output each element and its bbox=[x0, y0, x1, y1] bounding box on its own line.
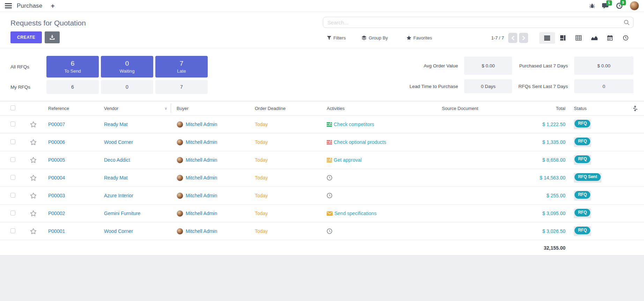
favorite-toggle[interactable] bbox=[24, 139, 43, 146]
search-input[interactable] bbox=[323, 17, 633, 28]
table-row[interactable]: P00004Ready MatMitchell AdminToday$ 14,5… bbox=[0, 169, 644, 187]
vendor-link[interactable]: Wood Corner bbox=[98, 228, 171, 234]
pager-next-button[interactable] bbox=[519, 33, 528, 43]
graph-view-button[interactable] bbox=[586, 32, 602, 44]
favorite-toggle[interactable] bbox=[24, 192, 43, 199]
row-checkbox[interactable] bbox=[10, 175, 15, 180]
favorite-toggle[interactable] bbox=[24, 228, 43, 235]
reference-link[interactable]: P00006 bbox=[43, 139, 98, 145]
tile-waiting[interactable]: 0Waiting bbox=[101, 56, 153, 78]
buyer-name[interactable]: Mitchell Admin bbox=[186, 228, 217, 234]
app-name[interactable]: Purchase bbox=[17, 2, 42, 9]
table-row[interactable]: P00007Ready MatMitchell AdminTodayCheck … bbox=[0, 116, 644, 133]
tile-my-to-send[interactable]: 6 bbox=[46, 80, 99, 94]
table-row[interactable]: P00003Azure InteriorMitchell AdminToday$… bbox=[0, 187, 644, 205]
user-avatar[interactable] bbox=[630, 1, 639, 10]
buyer-name[interactable]: Mitchell Admin bbox=[186, 211, 217, 216]
list-view-button[interactable] bbox=[539, 32, 555, 44]
vendor-link[interactable]: Deco Addict bbox=[98, 157, 171, 163]
column-status[interactable]: Status bbox=[565, 106, 626, 111]
vendor-link[interactable]: Wood Corner bbox=[98, 139, 171, 145]
tile-my-late[interactable]: 7 bbox=[155, 80, 208, 94]
activity-label[interactable]: Check competitors bbox=[334, 122, 374, 127]
buyer-name[interactable]: Mitchell Admin bbox=[186, 175, 217, 181]
vendor-link[interactable]: Azure Interior bbox=[98, 193, 171, 198]
activity-view-button[interactable] bbox=[618, 32, 634, 44]
buyer-cell[interactable]: Mitchell Admin bbox=[171, 139, 249, 146]
filters-button[interactable]: Filters bbox=[327, 35, 346, 41]
row-checkbox[interactable] bbox=[10, 122, 15, 126]
row-checkbox[interactable] bbox=[10, 139, 15, 144]
activity-label[interactable]: Send specifications bbox=[334, 211, 377, 216]
activity-cell[interactable]: Check optional products bbox=[321, 139, 436, 145]
reference-link[interactable]: P00007 bbox=[43, 122, 98, 127]
activity-label[interactable]: Check optional products bbox=[334, 139, 386, 145]
activity-label[interactable]: Get approval bbox=[334, 157, 362, 163]
activities-clock-icon[interactable]: 9 bbox=[616, 2, 623, 9]
favorite-toggle[interactable] bbox=[24, 175, 43, 181]
calendar-view-button[interactable] bbox=[602, 32, 618, 44]
favorite-toggle[interactable] bbox=[24, 157, 43, 163]
buyer-name[interactable]: Mitchell Admin bbox=[186, 122, 217, 127]
buyer-name[interactable]: Mitchell Admin bbox=[186, 139, 217, 145]
buyer-cell[interactable]: Mitchell Admin bbox=[171, 210, 249, 217]
row-checkbox[interactable] bbox=[10, 228, 15, 233]
kanban-view-button[interactable] bbox=[555, 32, 571, 44]
table-row[interactable]: P00001Wood CornerMitchell AdminToday$ 3,… bbox=[0, 222, 644, 240]
row-checkbox[interactable] bbox=[10, 193, 15, 198]
buyer-name[interactable]: Mitchell Admin bbox=[186, 157, 217, 163]
column-vendor[interactable]: Vendor∨ bbox=[104, 104, 171, 113]
optional-columns-button[interactable] bbox=[626, 106, 644, 111]
buyer-name[interactable]: Mitchell Admin bbox=[186, 193, 217, 198]
reference-link[interactable]: P00005 bbox=[43, 157, 98, 163]
activity-cell[interactable] bbox=[321, 228, 436, 234]
column-source-document[interactable]: Source Document bbox=[436, 106, 499, 111]
select-all-checkbox[interactable] bbox=[10, 105, 15, 110]
activity-cell[interactable]: Send specifications bbox=[321, 211, 436, 216]
reference-link[interactable]: P00003 bbox=[43, 193, 98, 198]
debug-bug-icon[interactable] bbox=[589, 3, 595, 9]
tile-my-waiting[interactable]: 0 bbox=[101, 80, 153, 94]
favorite-toggle[interactable] bbox=[24, 210, 43, 217]
buyer-cell[interactable]: Mitchell Admin bbox=[171, 175, 249, 181]
column-order-deadline[interactable]: Order Deadline bbox=[249, 106, 321, 111]
apps-menu-icon[interactable] bbox=[5, 3, 12, 8]
buyer-cell[interactable]: Mitchell Admin bbox=[171, 121, 249, 128]
vendor-link[interactable]: Ready Mat bbox=[98, 122, 171, 127]
order-deadline: Today bbox=[249, 175, 321, 181]
pivot-view-button[interactable] bbox=[571, 32, 586, 44]
pager-previous-button[interactable] bbox=[508, 33, 517, 43]
table-row[interactable]: P00006Wood CornerMitchell AdminTodayChec… bbox=[0, 133, 644, 151]
reference-link[interactable]: P00004 bbox=[43, 175, 98, 181]
vendor-link[interactable]: Ready Mat bbox=[98, 175, 171, 181]
export-button[interactable] bbox=[45, 31, 60, 43]
column-activities[interactable]: Activities bbox=[321, 106, 436, 111]
group-by-button[interactable]: Group By bbox=[362, 35, 388, 41]
search-icon[interactable] bbox=[624, 20, 630, 25]
row-checkbox[interactable] bbox=[10, 157, 15, 162]
tile-late[interactable]: 7Late bbox=[155, 56, 208, 78]
activity-cell[interactable] bbox=[321, 175, 436, 181]
activity-cell[interactable]: Get approval bbox=[321, 157, 436, 163]
column-reference[interactable]: Reference bbox=[43, 106, 98, 111]
reference-link[interactable]: P00001 bbox=[43, 228, 98, 234]
table-row[interactable]: P00002Gemini FurnitureMitchell AdminToda… bbox=[0, 205, 644, 222]
activity-cell[interactable] bbox=[321, 193, 436, 198]
new-tab-icon[interactable]: + bbox=[51, 2, 54, 10]
messages-icon[interactable]: 5 bbox=[602, 3, 609, 9]
tile-to-send[interactable]: 6To Send bbox=[46, 56, 99, 78]
buyer-cell[interactable]: Mitchell Admin bbox=[171, 228, 249, 235]
favorite-toggle[interactable] bbox=[24, 121, 43, 128]
buyer-cell[interactable]: Mitchell Admin bbox=[171, 157, 249, 163]
column-buyer[interactable]: Buyer bbox=[171, 106, 249, 111]
row-checkbox[interactable] bbox=[10, 211, 15, 215]
buyer-avatar bbox=[177, 157, 183, 163]
activity-cell[interactable]: Check competitors bbox=[321, 122, 436, 127]
reference-link[interactable]: P00002 bbox=[43, 211, 98, 216]
table-row[interactable]: P00005Deco AddictMitchell AdminTodayGet … bbox=[0, 151, 644, 169]
buyer-cell[interactable]: Mitchell Admin bbox=[171, 192, 249, 199]
column-total[interactable]: Total bbox=[499, 106, 565, 111]
vendor-link[interactable]: Gemini Furniture bbox=[98, 211, 171, 216]
create-button[interactable]: CREATE bbox=[10, 31, 42, 43]
favorites-button[interactable]: Favorites bbox=[407, 35, 432, 41]
